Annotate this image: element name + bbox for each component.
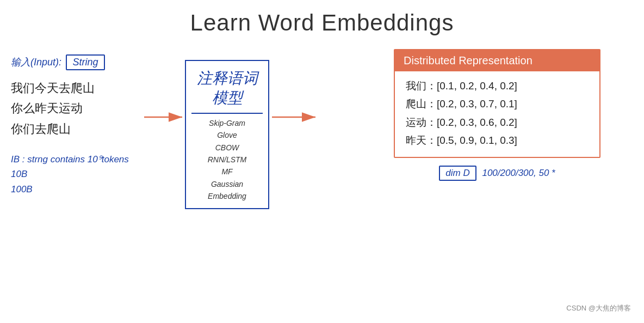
dist-vector-2: [0.2, 0.3, 0.6, 0.2] (437, 113, 517, 131)
model-divider (191, 113, 263, 114)
input-box: String (66, 54, 104, 70)
data-size-2: 10B (11, 167, 152, 181)
method-glove: Glove (191, 129, 263, 141)
dist-word-1: 爬山： (406, 95, 437, 113)
model-text-line2: 模型 (212, 89, 243, 106)
dist-header: Distributed Representation (395, 50, 599, 71)
dist-row-3: 昨天： [0.5, 0.9, 0.1, 0.3] (406, 131, 589, 149)
dist-vector-3: [0.5, 0.9, 0.1, 0.3] (437, 131, 517, 149)
method-gaussian: Gaussian Embedding (191, 178, 263, 203)
dist-vector-0: [0.1, 0.2, 0.4, 0.2] (437, 77, 517, 95)
right-section: Distributed Representation 我们： [0.1, 0.2… (394, 49, 600, 181)
input-label-area: 输入(Input): String (11, 54, 152, 70)
dist-row-1: 爬山： [0.2, 0.3, 0.7, 0.1] (406, 95, 589, 113)
method-rnn-lstm: RNN/LSTM (191, 154, 263, 166)
dist-row-2: 运动： [0.2, 0.3, 0.6, 0.2] (406, 113, 589, 131)
watermark: CSDN @大焦的博客 (566, 303, 631, 313)
method-cbow: CBOW (191, 142, 263, 154)
distributed-representation-box: Distributed Representation 我们： [0.1, 0.2… (394, 49, 600, 158)
model-text: 注释语词 模型 (191, 69, 263, 108)
page-title: Learn Word Embeddings (0, 0, 644, 36)
sentence-2: 你么昨天运动 (11, 98, 152, 118)
dist-word-2: 运动： (406, 113, 437, 131)
model-box: 注释语词 模型 Skip-Gram Glove CBOW RNN/LSTM MF… (185, 60, 269, 209)
method-skip-gram: Skip-Gram (191, 117, 263, 129)
left-section: 输入(Input): String 我们今天去爬山 你么昨天运动 你们去爬山 I… (11, 54, 152, 197)
input-label: 输入(Input): (11, 57, 61, 68)
sentence-list: 我们今天去爬山 你么昨天运动 你们去爬山 (11, 78, 152, 139)
model-text-line1: 注释语词 (197, 70, 258, 87)
dist-body: 我们： [0.1, 0.2, 0.4, 0.2] 爬山： [0.2, 0.3, … (395, 71, 599, 157)
model-methods: Skip-Gram Glove CBOW RNN/LSTM MF Gaussia… (191, 117, 263, 203)
dist-word-3: 昨天： (406, 131, 437, 149)
dim-box: dim D (439, 166, 476, 181)
data-size-3: 100B (11, 182, 152, 197)
sentence-1: 我们今天去爬山 (11, 78, 152, 98)
data-size-1: IB : strng contains 10⁹tokens (11, 152, 152, 167)
data-sizes: IB : strng contains 10⁹tokens 10B 100B (11, 152, 152, 197)
method-mf: MF (191, 166, 263, 178)
dist-word-0: 我们： (406, 77, 437, 95)
dim-values: 100/200/300, 50 * (482, 168, 555, 178)
sentence-3: 你们去爬山 (11, 119, 152, 139)
dist-row-0: 我们： [0.1, 0.2, 0.4, 0.2] (406, 77, 589, 95)
dim-note: dim D 100/200/300, 50 * (394, 166, 600, 181)
main-content: 输入(Input): String 我们今天去爬山 你么昨天运动 你们去爬山 I… (0, 44, 644, 323)
dist-vector-1: [0.2, 0.3, 0.7, 0.1] (437, 95, 517, 113)
